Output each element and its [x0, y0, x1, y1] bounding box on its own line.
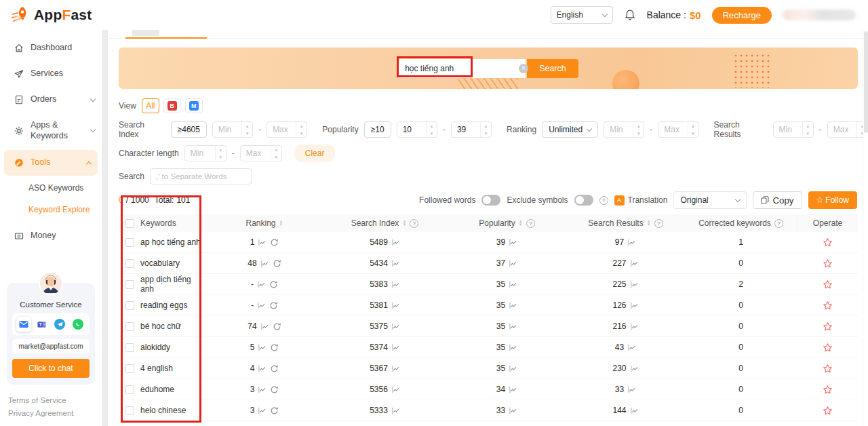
favorite-star-icon[interactable]: [823, 406, 833, 416]
keyword-cell[interactable]: ap học tiếng anh: [140, 237, 201, 247]
trend-chart-icon[interactable]: [391, 385, 400, 394]
popularity-max-input[interactable]: 39▲▼: [451, 121, 492, 138]
support-email[interactable]: market@appfast.com: [12, 339, 90, 353]
row-checkbox[interactable]: [125, 406, 134, 415]
trend-chart-icon[interactable]: [260, 259, 269, 268]
trend-chart-icon[interactable]: [391, 238, 400, 247]
refresh-icon[interactable]: [270, 238, 279, 247]
sidebar-item-services[interactable]: Services: [0, 61, 102, 87]
keyword-cell[interactable]: reading eggs: [140, 301, 187, 310]
whatsapp-channel-icon[interactable]: [71, 317, 85, 332]
trend-chart-icon[interactable]: [391, 322, 400, 331]
language-select[interactable]: English: [551, 6, 613, 24]
clear-filters-button[interactable]: Clear: [294, 144, 336, 162]
trend-chart-icon[interactable]: [630, 301, 639, 310]
trend-chart-icon[interactable]: [258, 385, 267, 394]
terms-of-service-link[interactable]: Terms of Service: [8, 394, 102, 406]
trend-chart-icon[interactable]: [391, 406, 400, 415]
refresh-icon[interactable]: [269, 301, 278, 310]
trend-chart-icon[interactable]: [258, 238, 267, 247]
favorite-star-icon[interactable]: [823, 343, 833, 353]
page-scrollbar-track[interactable]: [863, 30, 868, 426]
trend-chart-icon[interactable]: [258, 364, 267, 373]
popularity-header[interactable]: Popularity▲▼?: [448, 218, 566, 228]
popularity-threshold[interactable]: ≥10: [364, 121, 391, 138]
separate-words-input[interactable]: [150, 168, 252, 185]
sort-icon[interactable]: ▲▼: [402, 220, 406, 227]
page-scrollbar-thumb[interactable]: [864, 31, 868, 133]
ranking-min-input[interactable]: Min▲▼: [604, 121, 644, 138]
trend-chart-icon[interactable]: [509, 343, 517, 352]
bell-icon[interactable]: [624, 9, 636, 21]
row-checkbox[interactable]: [125, 364, 134, 373]
search-results-min-input[interactable]: Min▲▼: [773, 121, 814, 138]
keyword-search-input[interactable]: [398, 59, 526, 78]
keyword-cell[interactable]: eduhome: [140, 385, 174, 394]
trend-chart-icon[interactable]: [391, 259, 400, 268]
favorite-star-icon[interactable]: [823, 301, 833, 311]
exclude-symbols-help-icon[interactable]: ?: [599, 196, 608, 205]
trend-chart-icon[interactable]: [509, 406, 517, 415]
help-icon[interactable]: ?: [654, 219, 663, 228]
sidebar-subitem-keyword-explore[interactable]: Keyword Explore: [0, 199, 102, 220]
trend-chart-icon[interactable]: [391, 280, 400, 289]
ranking-select[interactable]: Unlimited: [542, 121, 598, 138]
telegram-channel-icon[interactable]: [52, 317, 67, 332]
trend-chart-icon[interactable]: [509, 301, 517, 310]
row-checkbox[interactable]: [125, 301, 134, 310]
row-checkbox[interactable]: [125, 259, 134, 268]
trend-chart-icon[interactable]: [509, 385, 517, 394]
sort-icon[interactable]: ▲▼: [647, 220, 651, 227]
favorite-star-icon[interactable]: [823, 258, 833, 269]
trend-chart-icon[interactable]: [260, 322, 269, 331]
search-button[interactable]: Search: [527, 59, 578, 78]
sidebar-item-apps-keywords[interactable]: Apps & Keywords: [0, 113, 102, 149]
search-index-min-input[interactable]: Min▲▼: [212, 121, 253, 138]
sidebar-item-tools[interactable]: Tools: [4, 150, 98, 176]
row-checkbox[interactable]: [125, 343, 134, 352]
help-icon[interactable]: ?: [410, 219, 418, 228]
sort-icon[interactable]: ▲▼: [279, 220, 283, 227]
trend-chart-icon[interactable]: [509, 364, 517, 373]
trend-chart-icon[interactable]: [509, 280, 517, 289]
sidebar-item-orders[interactable]: Orders: [0, 87, 102, 113]
trend-chart-icon[interactable]: [630, 259, 639, 268]
copy-button[interactable]: Copy: [753, 191, 802, 209]
refresh-icon[interactable]: [270, 364, 279, 373]
trend-chart-icon[interactable]: [509, 238, 517, 247]
view-m-store-button[interactable]: M: [185, 98, 203, 113]
refresh-icon[interactable]: [269, 280, 278, 289]
followed-words-toggle[interactable]: [481, 195, 500, 206]
keyword-cell[interactable]: bé học chữ: [140, 322, 181, 331]
char-length-max-input[interactable]: Max▲▼: [240, 145, 282, 161]
exclude-symbols-toggle[interactable]: [574, 195, 593, 206]
trend-chart-icon[interactable]: [509, 259, 517, 268]
clear-input-icon[interactable]: ×: [519, 64, 528, 73]
row-checkbox[interactable]: [125, 322, 134, 331]
sidebar-subitem-aso-keywords[interactable]: ASO Keywords: [0, 177, 102, 199]
trend-chart-icon[interactable]: [258, 343, 267, 352]
sidebar-item-dashboard[interactable]: Dashboard: [0, 35, 102, 61]
click-to-chat-button[interactable]: Click to chat: [12, 359, 90, 378]
refresh-icon[interactable]: [273, 322, 281, 331]
keyword-cell[interactable]: vocabulary: [140, 258, 180, 268]
view-all-button[interactable]: All: [142, 98, 159, 113]
trend-chart-icon[interactable]: [257, 280, 266, 289]
view-b-store-button[interactable]: B: [163, 98, 181, 113]
refresh-icon[interactable]: [270, 343, 279, 352]
keyword-cell[interactable]: alokiddy: [140, 343, 170, 352]
row-checkbox[interactable]: [125, 280, 134, 289]
favorite-star-icon[interactable]: [823, 279, 833, 290]
search-results-max-input[interactable]: Max▲▼: [827, 121, 868, 138]
favorite-star-icon[interactable]: [823, 237, 833, 248]
trend-chart-icon[interactable]: [630, 280, 639, 289]
favorite-star-icon[interactable]: [823, 322, 833, 332]
keyword-cell[interactable]: 4 english: [140, 364, 173, 373]
trend-chart-icon[interactable]: [627, 385, 636, 394]
sidebar-item-money[interactable]: Money: [0, 223, 102, 249]
trend-chart-icon[interactable]: [630, 322, 639, 331]
favorite-star-icon[interactable]: [823, 364, 833, 374]
refresh-icon[interactable]: [270, 385, 279, 394]
refresh-icon[interactable]: [270, 406, 279, 415]
trend-chart-icon[interactable]: [630, 364, 639, 373]
